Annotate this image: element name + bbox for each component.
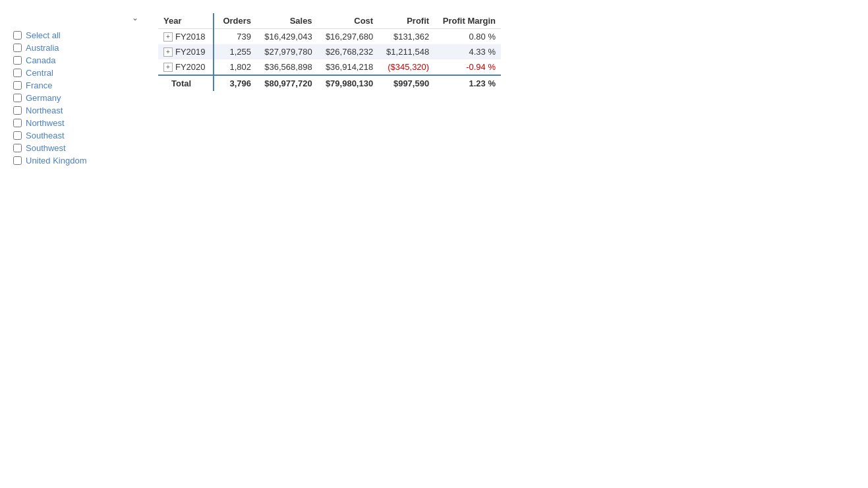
filter-item-northwest[interactable]: Northwest [13, 117, 138, 129]
filter-label-northeast: Northeast [26, 106, 63, 115]
table-header-row: YearOrdersSalesCostProfitProfit Margin [158, 13, 501, 29]
filter-item-northeast[interactable]: Northeast [13, 104, 138, 117]
filter-list: Select allAustraliaCanadaCentralFranceGe… [13, 29, 138, 167]
checkbox-northeast[interactable] [13, 106, 22, 115]
total-cost: $79,980,130 [318, 75, 379, 91]
total-profitmargin: 1.23 % [434, 75, 501, 91]
filter-label-france: France [26, 80, 52, 90]
year-label: FY2019 [175, 47, 206, 57]
col-header-profit-margin: Profit Margin [434, 13, 501, 29]
sales-cell: $36,568,898 [256, 59, 318, 75]
filter-item-canada[interactable]: Canada [13, 54, 138, 67]
checkbox-canada[interactable] [13, 56, 22, 65]
profit-cell: $1,211,548 [378, 44, 434, 59]
filter-label-canada: Canada [26, 55, 56, 65]
table-row: +FY20201,802$36,568,898$36,914,218($345,… [158, 59, 501, 75]
total-sales: $80,977,720 [256, 75, 318, 91]
table-row: +FY2018739$16,429,043$16,297,680$131,362… [158, 29, 501, 45]
checkbox-select-all[interactable] [13, 31, 22, 40]
filter-item-australia[interactable]: Australia [13, 42, 138, 54]
col-header-profit: Profit [378, 13, 434, 29]
filter-label-southeast: Southeast [26, 131, 65, 140]
data-table: YearOrdersSalesCostProfitProfit Margin +… [158, 13, 501, 91]
col-header-year: Year [158, 13, 214, 29]
filter-label-central: Central [26, 68, 53, 78]
cost-cell: $36,914,218 [318, 59, 379, 75]
checkbox-united-kingdom[interactable] [13, 156, 22, 165]
year-cell: +FY2020 [158, 59, 214, 75]
col-header-cost: Cost [318, 13, 379, 29]
filter-item-southwest[interactable]: Southwest [13, 142, 138, 154]
chevron-down-icon[interactable]: ⌄ [132, 13, 138, 22]
expand-button[interactable]: + [163, 63, 173, 72]
checkbox-france[interactable] [13, 81, 22, 90]
profit-cell: $131,362 [378, 29, 434, 45]
checkbox-southwest[interactable] [13, 144, 22, 152]
checkbox-germany[interactable] [13, 94, 22, 102]
total-row: Total3,796$80,977,720$79,980,130$997,590… [158, 75, 501, 91]
year-cell: +FY2018 [158, 29, 214, 45]
data-table-section: YearOrdersSalesCostProfitProfit Margin +… [158, 13, 855, 167]
profit-cell: ($345,320) [378, 59, 434, 75]
profit-margin-cell: -0.94 % [434, 59, 501, 75]
table-body: +FY2018739$16,429,043$16,297,680$131,362… [158, 29, 501, 92]
filter-label-australia: Australia [26, 43, 59, 53]
sales-cell: $16,429,043 [256, 29, 318, 45]
year-cell: +FY2019 [158, 44, 214, 59]
total-orders: 3,796 [214, 75, 256, 91]
year-label: FY2020 [175, 62, 206, 72]
cost-cell: $26,768,232 [318, 44, 379, 59]
filter-label-southwest: Southwest [26, 143, 66, 153]
checkbox-central[interactable] [13, 69, 22, 77]
filter-item-central[interactable]: Central [13, 67, 138, 79]
filter-item-southeast[interactable]: Southeast [13, 129, 138, 142]
checkbox-southeast[interactable] [13, 131, 22, 140]
filter-item-select-all[interactable]: Select all [13, 29, 138, 42]
total-profit: $997,590 [378, 75, 434, 91]
profit-margin-cell: 4.33 % [434, 44, 501, 59]
region-filter-sidebar: ⌄ Select allAustraliaCanadaCentralFrance… [13, 13, 138, 167]
filter-item-united-kingdom[interactable]: United Kingdom [13, 154, 138, 167]
filter-item-germany[interactable]: Germany [13, 92, 138, 104]
expand-button[interactable]: + [163, 47, 173, 57]
orders-cell: 739 [214, 29, 256, 45]
total-label: Total [158, 75, 214, 91]
filter-label-select-all: Select all [26, 30, 61, 40]
col-header-orders: Orders [214, 13, 256, 29]
table-row: +FY20191,255$27,979,780$26,768,232$1,211… [158, 44, 501, 59]
filter-label-united-kingdom: United Kingdom [26, 156, 87, 166]
col-header-sales: Sales [256, 13, 318, 29]
cost-cell: $16,297,680 [318, 29, 379, 45]
expand-button[interactable]: + [163, 32, 173, 42]
orders-cell: 1,255 [214, 44, 256, 59]
profit-margin-cell: 0.80 % [434, 29, 501, 45]
filter-label-northwest: Northwest [26, 118, 65, 128]
checkbox-northwest[interactable] [13, 119, 22, 127]
orders-cell: 1,802 [214, 59, 256, 75]
checkbox-australia[interactable] [13, 44, 22, 52]
year-label: FY2018 [175, 32, 206, 42]
filter-label-germany: Germany [26, 93, 61, 103]
filter-item-france[interactable]: France [13, 79, 138, 92]
sidebar-header: ⌄ [13, 13, 138, 22]
sales-cell: $27,979,780 [256, 44, 318, 59]
